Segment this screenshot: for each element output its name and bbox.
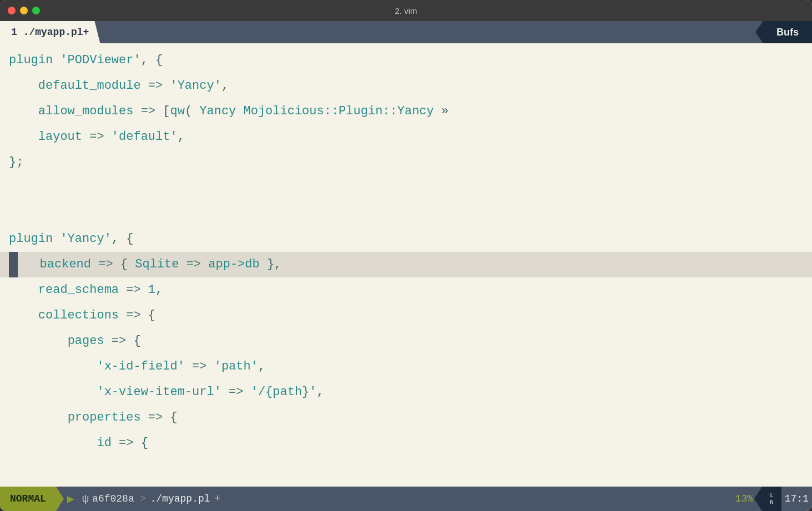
ln-label: L N xyxy=(770,492,774,505)
code-line-10: read_schema => 1, xyxy=(0,277,812,303)
tabbar-spacer xyxy=(100,21,763,43)
code-editor[interactable]: plugin 'PODViewer', { default_module => … xyxy=(0,43,812,487)
bufs-button[interactable]: Bufs xyxy=(763,21,812,43)
window-controls xyxy=(8,7,40,14)
maximize-button[interactable] xyxy=(32,7,40,14)
git-hash: a6f028a xyxy=(92,493,134,504)
tabbar: 1 ./myapp.pl+ Bufs xyxy=(0,21,812,43)
statusbar: NORMAL ▶ ψ a6f028a > ./myapp.pl + 13% L … xyxy=(0,487,812,511)
close-button[interactable] xyxy=(8,7,16,14)
modified-indicator: + xyxy=(213,487,223,511)
mode-label: NORMAL xyxy=(10,493,46,504)
code-line-4: layout => 'default', xyxy=(0,124,812,150)
code-line-16: id => { xyxy=(0,431,812,456)
code-line-15: properties => { xyxy=(0,405,812,431)
mode-indicator: NORMAL xyxy=(0,487,56,511)
window-title: 2. vim xyxy=(395,6,417,16)
minimize-button[interactable] xyxy=(20,7,28,14)
code-line-9: backend => { Sqlite => app->db }, xyxy=(0,252,812,277)
bufs-label: Bufs xyxy=(776,27,799,38)
code-line-5: }; xyxy=(0,150,812,175)
code-line-12: pages => { xyxy=(0,328,812,354)
code-line-11: collections => { xyxy=(0,303,812,328)
filename: ./myapp.pl xyxy=(148,487,213,511)
code-line-2: default_module => 'Yancy', xyxy=(0,73,812,99)
git-info: ψ a6f028a xyxy=(79,487,138,511)
titlebar: 2. vim xyxy=(0,0,812,21)
line-number-box: L N xyxy=(762,487,781,511)
code-line-13: 'x-id-field' => 'path', xyxy=(0,354,812,380)
code-line-6 xyxy=(0,175,812,201)
cursor xyxy=(9,252,18,277)
path-separator: > xyxy=(138,487,148,511)
code-line-14: 'x-view-item-url' => '/{path}', xyxy=(0,380,812,405)
vim-window: 2. vim 1 ./myapp.pl+ Bufs plugin 'PODVie… xyxy=(0,0,812,511)
code-line-8: plugin 'Yancy', { xyxy=(0,226,812,252)
code-line-3: allow_modules => [qw( Yancy Mojolicious:… xyxy=(0,99,812,124)
code-line-7 xyxy=(0,201,812,226)
code-line-1: plugin 'PODViewer', { xyxy=(0,48,812,73)
active-tab[interactable]: 1 ./myapp.pl+ xyxy=(0,21,100,43)
tab-label: 1 ./myapp.pl+ xyxy=(11,27,89,38)
git-icon: ψ xyxy=(82,493,89,505)
cursor-position: 17:1 xyxy=(781,487,812,511)
status-spacer xyxy=(223,487,726,511)
